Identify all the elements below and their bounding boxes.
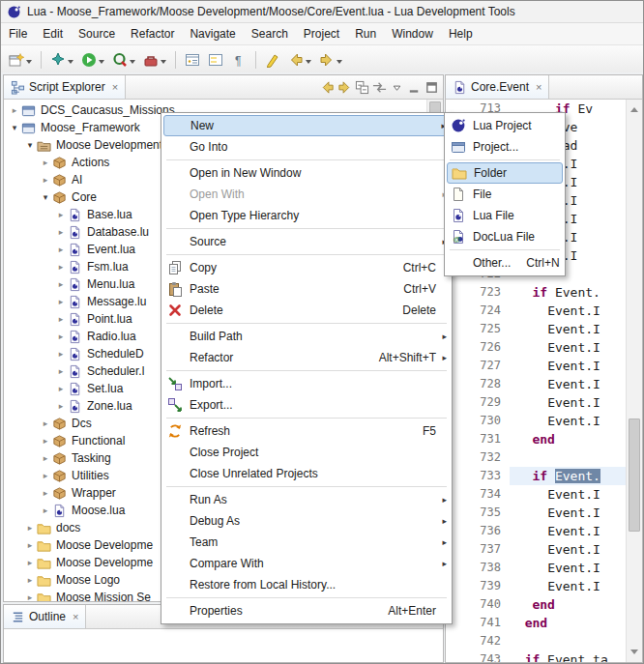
menu-source[interactable]: Source <box>71 24 123 43</box>
expand-arrow-icon[interactable]: ▸ <box>23 558 37 567</box>
scroll-down-icon[interactable] <box>630 650 638 658</box>
minimize-button[interactable] <box>406 79 423 96</box>
debug-button[interactable] <box>47 49 76 71</box>
expand-arrow-icon[interactable]: ▸ <box>54 401 68 411</box>
menu-item-open-type-hierarchy[interactable]: Open Type Hierarchy <box>163 205 450 226</box>
menu-edit[interactable]: Edit <box>35 24 71 43</box>
tab-script-explorer[interactable]: Script Explorer × <box>4 75 126 99</box>
expand-arrow-icon[interactable]: ▸ <box>39 471 52 480</box>
open-element-button[interactable] <box>182 49 203 71</box>
menu-item-restore-from-local-history[interactable]: Restore from Local History... <box>163 574 450 595</box>
menu-item-close-unrelated-projects[interactable]: Close Unrelated Projects <box>163 463 450 484</box>
menu-item-lua-project[interactable]: Lua Project <box>447 115 563 136</box>
line-content: if Event. <box>510 467 626 485</box>
last-edit-location-button[interactable] <box>262 49 283 71</box>
menu-item-properties[interactable]: PropertiesAlt+Enter <box>163 600 450 621</box>
menu-item-debug-as[interactable]: Debug As▸ <box>163 510 450 532</box>
expand-arrow-icon[interactable]: ▸ <box>39 175 52 185</box>
show-whitespace-button[interactable]: ¶ <box>228 49 249 71</box>
expand-arrow-icon[interactable]: ▾ <box>8 123 21 132</box>
scroll-up-icon[interactable] <box>630 103 638 112</box>
menu-item-close-project[interactable]: Close Project <box>163 442 450 463</box>
expand-arrow-icon[interactable]: ▾ <box>39 192 52 202</box>
menu-search[interactable]: Search <box>244 24 296 43</box>
coverage-button[interactable] <box>109 49 138 71</box>
close-icon[interactable]: × <box>536 81 542 93</box>
expand-arrow-icon[interactable]: ▸ <box>39 488 52 498</box>
forward-arrow-button[interactable] <box>337 79 353 96</box>
menu-item-go-into[interactable]: Go Into <box>163 136 450 158</box>
menu-run[interactable]: Run <box>347 24 384 43</box>
code-token: Event.I <box>547 505 600 520</box>
menu-file[interactable]: File <box>1 24 35 43</box>
close-icon[interactable]: × <box>112 81 118 93</box>
run-button[interactable] <box>78 49 107 71</box>
menu-item-open-in-new-window[interactable]: Open in New Window <box>163 162 450 184</box>
tree-item-label: Moose Developme <box>56 556 153 569</box>
expand-arrow-icon[interactable]: ▸ <box>54 332 68 341</box>
menu-item-paste[interactable]: PasteCtrl+V <box>163 278 450 300</box>
expand-arrow-icon[interactable]: ▸ <box>23 523 37 533</box>
menu-item-other[interactable]: Other...Ctrl+N <box>447 252 563 274</box>
view-menu-button[interactable] <box>389 79 405 96</box>
external-tools-button[interactable] <box>140 49 169 71</box>
menu-item-lua-file[interactable]: Lua File <box>447 205 563 226</box>
menu-window[interactable]: Window <box>384 24 441 43</box>
lua-file-icon <box>68 277 82 292</box>
expand-arrow-icon[interactable]: ▸ <box>54 262 68 272</box>
expand-arrow-icon[interactable]: ▸ <box>23 575 37 585</box>
menu-item-project[interactable]: Project... <box>447 136 563 158</box>
expand-arrow-icon[interactable]: ▸ <box>39 158 52 167</box>
menu-item-import[interactable]: Import... <box>163 373 450 394</box>
expand-arrow-icon[interactable]: ▸ <box>54 349 68 359</box>
back-arrow-button[interactable] <box>319 79 336 96</box>
menu-item-refactor[interactable]: RefactorAlt+Shift+T▸ <box>163 347 450 368</box>
menu-item-build-path[interactable]: Build Path▸ <box>163 326 450 347</box>
toggle-mark-occurrences-button[interactable] <box>205 49 226 71</box>
menu-item-file[interactable]: File <box>447 184 563 205</box>
expand-arrow-icon[interactable]: ▸ <box>39 419 52 428</box>
close-icon[interactable]: × <box>73 611 78 622</box>
menu-item-compare-with[interactable]: Compare With▸ <box>163 553 450 574</box>
link-with-editor-button[interactable] <box>371 79 388 96</box>
expand-arrow-icon[interactable]: ▸ <box>39 436 52 446</box>
expand-arrow-icon[interactable]: ▸ <box>23 540 37 550</box>
expand-arrow-icon[interactable]: ▸ <box>8 105 21 115</box>
expand-arrow-icon[interactable]: ▸ <box>54 245 68 254</box>
expand-arrow-icon[interactable]: ▸ <box>54 384 68 393</box>
new-wizard-button[interactable] <box>6 49 35 71</box>
code-token: Ev <box>571 101 593 116</box>
tab-core-event[interactable]: Core.Event × <box>446 75 549 99</box>
menu-item-run-as[interactable]: Run As▸ <box>163 489 450 510</box>
menu-help[interactable]: Help <box>441 24 481 43</box>
menu-item-folder[interactable]: Folder <box>447 162 563 184</box>
back-button[interactable] <box>285 49 314 71</box>
menu-item-export[interactable]: Export... <box>163 394 450 416</box>
menu-item-delete[interactable]: DeleteDelete <box>163 300 450 321</box>
menu-refactor[interactable]: Refactor <box>123 24 182 43</box>
expand-arrow-icon[interactable]: ▾ <box>23 140 37 150</box>
expand-arrow-icon[interactable]: ▸ <box>39 505 52 515</box>
menu-navigate[interactable]: Navigate <box>182 24 243 43</box>
maximize-button[interactable] <box>424 79 440 96</box>
menu-item-doclua-file[interactable]: @DocLua File <box>447 226 563 247</box>
expand-arrow-icon[interactable]: ▸ <box>54 366 68 376</box>
menu-item-refresh[interactable]: RefreshF5 <box>163 420 450 442</box>
expand-arrow-icon[interactable]: ▸ <box>23 592 37 601</box>
menu-project[interactable]: Project <box>296 24 347 43</box>
tab-outline[interactable]: Outline × <box>4 605 86 628</box>
editor-scrollbar[interactable] <box>626 100 642 662</box>
scrollbar-thumb[interactable] <box>629 419 640 532</box>
collapse-all-button[interactable] <box>354 79 370 96</box>
expand-arrow-icon[interactable]: ▸ <box>54 314 68 324</box>
expand-arrow-icon[interactable]: ▸ <box>54 210 68 219</box>
menu-item-copy[interactable]: CopyCtrl+C <box>163 257 450 278</box>
menu-item-new[interactable]: New▸ <box>163 115 450 136</box>
forward-button[interactable] <box>316 49 345 71</box>
menu-item-team[interactable]: Team▸ <box>163 532 450 553</box>
expand-arrow-icon[interactable]: ▸ <box>54 297 68 306</box>
expand-arrow-icon[interactable]: ▸ <box>54 279 68 289</box>
expand-arrow-icon[interactable]: ▸ <box>54 227 68 237</box>
expand-arrow-icon[interactable]: ▸ <box>39 453 52 463</box>
menu-item-source[interactable]: Source▸ <box>163 231 450 252</box>
